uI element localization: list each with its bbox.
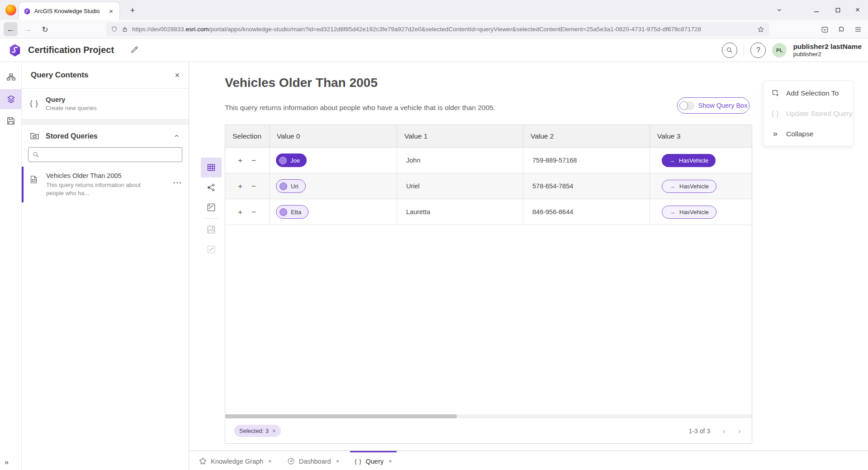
search-input[interactable]: [43, 151, 178, 158]
panel-title: Query Contents: [31, 71, 175, 80]
cell-value2[interactable]: 578-654-7854: [523, 173, 650, 199]
browser-tab[interactable]: ArcGIS Knowledge Studio ×: [19, 2, 119, 20]
new-map-view-icon[interactable]: [201, 220, 222, 240]
user-info[interactable]: publisher2 lastName publisher2: [793, 42, 862, 58]
user-role: publisher2: [793, 51, 862, 58]
stored-query-description: This query returns information about peo…: [46, 181, 149, 197]
toolstrip-divider: [204, 218, 218, 219]
save-icon[interactable]: [0, 111, 22, 131]
menu-hamburger-icon[interactable]: [852, 23, 864, 36]
cell-value2[interactable]: 846-956-8644: [523, 199, 650, 225]
bookmark-star-icon[interactable]: [757, 26, 764, 33]
table-view-icon[interactable]: [201, 158, 222, 177]
braces-icon: { }: [30, 99, 38, 108]
remove-from-selection-button[interactable]: −: [251, 157, 256, 164]
tab-knowledge-graph[interactable]: Knowledge Graph ×: [194, 451, 276, 470]
panel-close-icon[interactable]: ×: [175, 71, 180, 80]
results-table: Selection Value 0 Value 1 Value 2 Value …: [225, 125, 752, 444]
next-page-icon[interactable]: ›: [738, 427, 741, 435]
lock-icon[interactable]: [122, 26, 128, 33]
window-maximize-button[interactable]: [827, 0, 848, 20]
arrow-right-icon: →: [669, 209, 675, 216]
relationship-pill[interactable]: →HasVehicle: [662, 154, 716, 167]
column-header-value1[interactable]: Value 1: [397, 125, 523, 147]
add-to-selection-button[interactable]: +: [238, 182, 242, 190]
new-tab-button[interactable]: +: [125, 4, 140, 17]
pocket-icon[interactable]: [818, 23, 831, 36]
help-icon[interactable]: ?: [750, 43, 766, 58]
back-button[interactable]: ←: [4, 22, 18, 36]
tab-close-icon[interactable]: ×: [268, 458, 272, 465]
collapse-chevrons-icon: »: [770, 129, 780, 139]
url-bar[interactable]: https://dev0028833.esri.com/portal/apps/…: [106, 22, 769, 36]
expand-rail-icon[interactable]: »: [5, 458, 9, 466]
tab-close-icon[interactable]: ×: [107, 7, 115, 15]
contents-layers-icon[interactable]: [0, 89, 22, 109]
column-header-value3[interactable]: Value 3: [650, 125, 752, 147]
column-header-selection[interactable]: Selection: [225, 125, 270, 147]
menu-item-collapse[interactable]: » Collapse: [764, 124, 853, 144]
stored-queries-header[interactable]: Stored Queries: [22, 125, 189, 145]
column-header-value0[interactable]: Value 0: [270, 125, 397, 147]
stored-queries-title: Stored Queries: [46, 132, 167, 140]
entity-pill[interactable]: Joe: [276, 153, 307, 167]
edit-title-pencil-icon[interactable]: [130, 45, 139, 56]
page-title: Vehicles Older Than 2005: [225, 76, 378, 90]
tracking-shield-icon[interactable]: [111, 26, 118, 33]
window-minimize-button[interactable]: [806, 0, 827, 20]
table-empty-area: [225, 225, 752, 414]
chevron-up-icon[interactable]: [174, 133, 180, 139]
tab-dashboard[interactable]: Dashboard ×: [283, 451, 344, 470]
query-item-subtitle: Create new queries: [46, 105, 97, 111]
show-query-box-toggle[interactable]: Show Query Box: [677, 97, 749, 114]
item-options-ellipsis-icon[interactable]: ···: [173, 178, 182, 187]
braces-icon: { }: [770, 110, 780, 117]
add-to-selection-button[interactable]: +: [238, 208, 242, 216]
entity-pill[interactable]: Uri: [276, 179, 306, 193]
column-header-value2[interactable]: Value 2: [523, 125, 650, 147]
link-chart-view-icon[interactable]: [201, 177, 222, 197]
new-query-item[interactable]: { } Query Create new queries: [22, 89, 189, 119]
tab-close-icon[interactable]: ×: [336, 458, 340, 465]
relationship-pill[interactable]: →HasVehicle: [662, 206, 716, 219]
view-toolstrip: [201, 158, 222, 259]
arcgis-knowledge-logo: [8, 43, 22, 59]
toggle-track[interactable]: [679, 102, 694, 110]
previous-page-icon[interactable]: ‹: [723, 427, 726, 435]
cell-value1[interactable]: John: [397, 148, 523, 173]
stored-queries-search[interactable]: [28, 147, 182, 162]
reload-button[interactable]: ↻: [38, 22, 52, 36]
clear-selection-icon[interactable]: ×: [272, 427, 276, 434]
menu-item-add-selection-to[interactable]: Add Selection To: [764, 83, 853, 103]
tab-query[interactable]: { } Query ×: [350, 451, 396, 470]
selected-count-chip[interactable]: Selected: 3 ×: [234, 425, 281, 437]
window-close-button[interactable]: ×: [847, 0, 868, 20]
stored-query-item[interactable]: Vehicles Older Than 2005 This query retu…: [22, 167, 189, 202]
toggle-knob[interactable]: [679, 101, 688, 110]
tab-list-dropdown-icon[interactable]: [769, 0, 790, 20]
horizontal-scrollbar[interactable]: [225, 414, 752, 418]
firefox-logo-icon[interactable]: [5, 5, 16, 15]
cell-value2[interactable]: 759-889-57168: [523, 148, 650, 173]
entity-pill[interactable]: Etta: [276, 205, 308, 219]
data-model-icon[interactable]: [0, 67, 22, 87]
map-view-icon[interactable]: [201, 197, 222, 217]
remove-from-selection-button[interactable]: −: [251, 208, 256, 216]
selection-map-view-icon[interactable]: [201, 240, 222, 259]
search-icon[interactable]: [722, 43, 737, 58]
forward-button[interactable]: →: [21, 22, 35, 36]
tab-title: ArcGIS Knowledge Studio: [34, 8, 107, 14]
remove-from-selection-button[interactable]: −: [251, 182, 256, 190]
cell-value1[interactable]: Lauretta: [397, 199, 523, 225]
cell-value1[interactable]: Uriel: [397, 173, 523, 199]
selected-indicator-bar: [22, 167, 24, 202]
relationship-pill[interactable]: →HasVehicle: [662, 180, 716, 193]
tab-close-icon[interactable]: ×: [389, 458, 392, 465]
browser-titlebar: ArcGIS Knowledge Studio × + ×: [0, 0, 868, 20]
show-query-box-label: Show Query Box: [698, 102, 748, 109]
add-to-selection-button[interactable]: +: [238, 157, 242, 164]
menu-item-update-stored-query[interactable]: { } Update Stored Query: [764, 103, 853, 124]
extensions-puzzle-icon[interactable]: [835, 23, 848, 36]
scrollbar-thumb[interactable]: [225, 414, 457, 418]
avatar[interactable]: PL: [772, 43, 787, 58]
